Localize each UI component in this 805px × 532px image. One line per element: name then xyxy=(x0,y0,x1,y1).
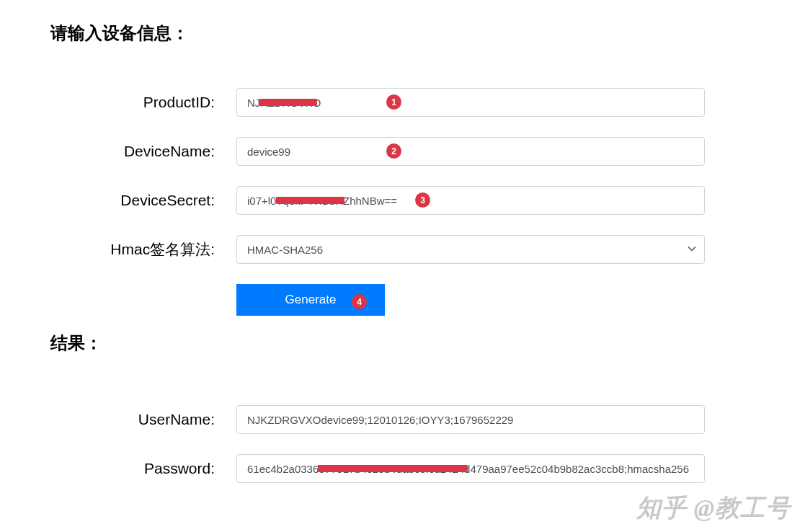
section-title-input: 请输入设备信息： xyxy=(50,22,755,45)
redaction-bar xyxy=(259,99,317,106)
redaction-bar xyxy=(276,197,344,204)
label-hmac-algo: Hmac签名算法: xyxy=(50,239,236,260)
callout-1: 1 xyxy=(386,94,401,110)
label-product-id: ProductID: xyxy=(50,94,236,111)
callout-3: 3 xyxy=(415,192,430,208)
watermark: 知乎 @教工号 xyxy=(636,492,791,525)
callout-2: 2 xyxy=(386,143,401,159)
generate-button[interactable]: Generate 4 xyxy=(236,284,385,316)
device-name-input[interactable] xyxy=(236,137,705,166)
password-output[interactable] xyxy=(236,454,705,483)
label-device-secret: DeviceSecret: xyxy=(50,192,236,209)
generate-button-label: Generate xyxy=(285,293,337,307)
label-password: Password: xyxy=(50,460,236,477)
username-output[interactable] xyxy=(236,405,705,434)
hmac-algo-select[interactable]: HMAC-SHA256 xyxy=(236,235,705,264)
label-username: UserName: xyxy=(50,411,236,428)
redaction-bar xyxy=(318,465,468,472)
section-title-results: 结果： xyxy=(50,332,755,355)
label-device-name: DeviceName: xyxy=(50,143,236,160)
callout-4: 4 xyxy=(352,294,367,309)
